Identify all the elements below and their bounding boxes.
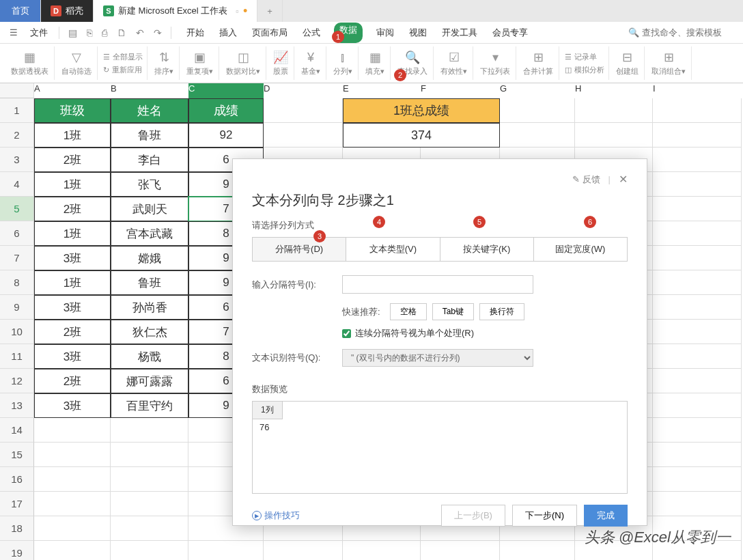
cell[interactable] (653, 246, 742, 270)
cell[interactable] (653, 393, 742, 418)
hamburger-icon[interactable]: ☰ (5, 27, 22, 38)
col-E[interactable]: E (343, 83, 421, 98)
menu-start[interactable]: 开始 (185, 23, 206, 43)
feedback-link[interactable]: ✎ 反馈 (572, 173, 600, 186)
file-menu[interactable]: 文件 (25, 27, 53, 39)
cell[interactable]: 2班 (34, 197, 111, 221)
cell[interactable] (34, 467, 111, 492)
ribbon-record[interactable]: ☰ 记录单 (565, 52, 604, 62)
cell[interactable] (34, 541, 111, 560)
cell[interactable]: 鲁班 (111, 123, 188, 148)
cell[interactable] (111, 418, 188, 443)
ribbon-dropdown[interactable]: ▾下拉列表 (475, 46, 516, 80)
cell[interactable] (111, 492, 188, 516)
tab-add[interactable]: + (257, 0, 283, 22)
cell[interactable] (188, 541, 264, 560)
ribbon-ungroup[interactable]: ⊞取消组合▾ (646, 46, 692, 80)
tips-link[interactable]: ▶操作技巧 (252, 509, 300, 522)
col-C[interactable]: C (188, 83, 264, 98)
print-icon[interactable]: ⎙ (98, 27, 111, 38)
cell[interactable]: 3班 (34, 393, 111, 418)
cell[interactable] (653, 221, 742, 246)
row-header-2[interactable]: 2 (0, 123, 34, 148)
cell[interactable]: 李白 (111, 148, 188, 172)
tab-active-document[interactable]: S 新建 Microsoft Excel 工作表 ▫ • (94, 0, 257, 22)
row-header-8[interactable]: 8 (0, 270, 34, 295)
cell[interactable] (34, 443, 111, 467)
tab-texttype[interactable]: 文本类型(V) (346, 238, 440, 261)
row-header-15[interactable]: 15 (0, 443, 34, 467)
col-B[interactable]: B (111, 83, 188, 98)
col-D[interactable]: D (264, 83, 343, 98)
cell[interactable] (575, 98, 653, 123)
cell[interactable]: 杨戬 (111, 344, 188, 369)
menu-formula[interactable]: 公式 (301, 23, 322, 43)
row-header-4[interactable]: 4 (0, 172, 34, 197)
cell[interactable] (653, 492, 742, 516)
cell[interactable] (653, 148, 742, 172)
cell[interactable]: 2班 (34, 369, 111, 393)
cell[interactable] (653, 270, 742, 295)
cell[interactable] (653, 197, 742, 221)
cell[interactable] (653, 98, 742, 123)
cell[interactable] (500, 541, 575, 560)
cell[interactable] (653, 123, 742, 148)
row-header-6[interactable]: 6 (0, 221, 34, 246)
ribbon-stock[interactable]: 📈股票 (268, 46, 294, 80)
cell[interactable]: 狄仁杰 (111, 320, 188, 344)
col-G[interactable]: G (500, 83, 575, 98)
cell[interactable] (653, 295, 742, 320)
close-icon[interactable]: ✕ (619, 173, 628, 186)
tab-delimiter[interactable]: 分隔符号(D) (253, 238, 346, 261)
row-header-12[interactable]: 12 (0, 369, 34, 393)
ribbon-fund[interactable]: ¥基金▾ (296, 46, 326, 80)
cell[interactable]: 1班 (34, 270, 111, 295)
cell[interactable] (500, 98, 575, 123)
finish-button[interactable]: 完成 (584, 505, 628, 527)
search-box[interactable]: 🔍 (628, 27, 738, 38)
ribbon-reapply[interactable]: ↻ 重新应用 (103, 65, 143, 75)
cell[interactable] (421, 541, 500, 560)
ribbon-split[interactable]: ⫿分列▾ (328, 46, 359, 80)
row-header-3[interactable]: 3 (0, 148, 34, 172)
cell[interactable]: 成绩 (188, 98, 264, 123)
cell[interactable] (653, 369, 742, 393)
copy-icon[interactable]: ⎘ (83, 27, 96, 38)
tab-doke[interactable]: D 稻壳 (41, 0, 94, 22)
tab-keyword[interactable]: 按关键字(K) (440, 238, 534, 261)
menu-review[interactable]: 审阅 (375, 23, 395, 43)
row-header-10[interactable]: 10 (0, 320, 34, 344)
cell[interactable] (111, 516, 188, 541)
cell[interactable] (653, 344, 742, 369)
consecutive-delimiter-checkbox[interactable] (342, 329, 351, 338)
cell[interactable] (653, 467, 742, 492)
cell[interactable] (111, 467, 188, 492)
quick-space-button[interactable]: 空格 (390, 303, 427, 320)
cell[interactable]: 2班 (34, 320, 111, 344)
cell[interactable] (34, 418, 111, 443)
cell[interactable]: 2班 (34, 148, 111, 172)
col-I[interactable]: I (653, 83, 742, 98)
cell[interactable]: 宫本武藏 (111, 221, 188, 246)
cell[interactable]: 374 (343, 123, 500, 148)
row-header-7[interactable]: 7 (0, 246, 34, 270)
ribbon-group[interactable]: ⊟创建组 (611, 46, 645, 80)
cell[interactable]: 鲁班 (111, 270, 188, 295)
cell[interactable]: 3班 (34, 344, 111, 369)
cell[interactable]: 班级 (34, 98, 111, 123)
cell[interactable] (653, 320, 742, 344)
row-header-11[interactable]: 11 (0, 344, 34, 369)
cell[interactable] (575, 123, 653, 148)
ribbon-consol[interactable]: ⊞合并计算 (518, 46, 559, 80)
ribbon-dup[interactable]: ▣重复项▾ (181, 46, 219, 80)
cell[interactable] (264, 98, 343, 123)
cell[interactable]: 1班 (34, 221, 111, 246)
row-header-18[interactable]: 18 (0, 516, 34, 541)
cell[interactable] (653, 418, 742, 443)
search-input[interactable] (642, 27, 738, 38)
menu-view[interactable]: 视图 (408, 23, 428, 43)
quick-tab-button[interactable]: Tab键 (432, 303, 474, 320)
undo-icon[interactable]: ↶ (132, 27, 148, 38)
tab-fixedwidth[interactable]: 固定宽度(W) (534, 238, 627, 261)
row-header-19[interactable]: 19 (0, 541, 34, 560)
